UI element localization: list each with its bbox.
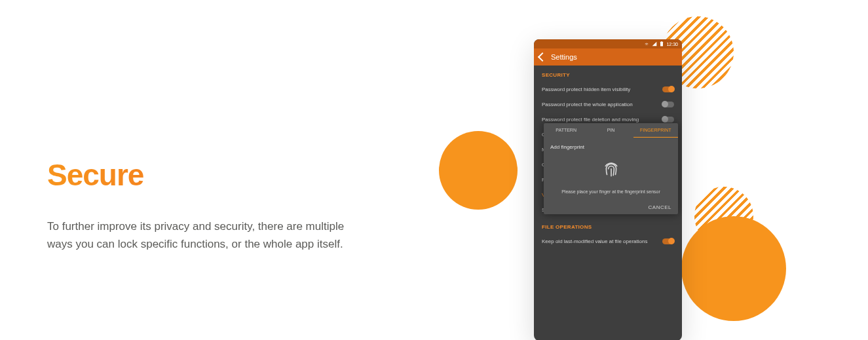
phone-frame: 12:30 Settings SECURITY Password protect… xyxy=(534,39,682,340)
setting-label: Password protect the whole application xyxy=(542,102,633,107)
dialog-tabs: PATTERN PIN FINGERPRINT xyxy=(544,123,678,138)
toggle-switch[interactable] xyxy=(662,86,674,92)
back-arrow-icon[interactable] xyxy=(538,52,547,62)
setting-label: Password protect file deletion and movin… xyxy=(542,117,639,123)
fingerprint-hint: Please place your finger at the fingerpr… xyxy=(561,189,660,194)
security-section-title: SECURITY xyxy=(542,72,674,78)
setting-row[interactable]: Password protect hidden item visibility xyxy=(542,82,674,97)
toggle-switch[interactable] xyxy=(662,238,674,244)
decor-circle-solid-left xyxy=(439,131,518,210)
fingerprint-icon xyxy=(603,162,620,180)
section-heading: Secure xyxy=(47,157,362,193)
file-ops-section-title: FILE OPERATIONS xyxy=(542,224,674,230)
phone-illustration: 12:30 Settings SECURITY Password protect… xyxy=(432,0,773,340)
toggle-switch[interactable] xyxy=(662,102,674,107)
svg-rect-0 xyxy=(660,41,663,46)
security-section: SECURITY Password protect hidden item vi… xyxy=(534,66,682,127)
wifi-icon xyxy=(644,41,649,47)
fingerprint-dialog: PATTERN PIN FINGERPRINT Add fingerprint xyxy=(544,123,678,214)
appbar-title: Settings xyxy=(551,53,577,61)
file-ops-section: FILE OPERATIONS Keep old last-modified v… xyxy=(534,217,682,249)
decor-circle-solid-bottom xyxy=(681,216,786,321)
toggle-switch[interactable] xyxy=(662,117,674,123)
dialog-subtitle: Add fingerprint xyxy=(550,144,671,150)
svg-rect-1 xyxy=(662,41,663,42)
signal-icon xyxy=(652,41,657,47)
status-time: 12:30 xyxy=(666,42,678,47)
cancel-button[interactable]: CANCEL xyxy=(649,204,671,210)
status-bar: 12:30 xyxy=(534,39,682,48)
tab-pattern[interactable]: PATTERN xyxy=(544,123,588,138)
setting-label: Password protect hidden item visibility xyxy=(542,86,630,92)
setting-label: Keep old last-modified value at file ope… xyxy=(542,238,647,244)
tab-pin[interactable]: PIN xyxy=(588,123,633,138)
setting-row[interactable]: Password protect the whole application xyxy=(542,97,674,112)
tab-fingerprint[interactable]: FINGERPRINT xyxy=(633,123,678,138)
app-bar: Settings xyxy=(534,48,682,66)
setting-row[interactable]: Keep old last-modified value at file ope… xyxy=(542,234,674,249)
section-description: To further improve its privacy and secur… xyxy=(47,217,362,253)
battery-icon xyxy=(660,41,664,47)
